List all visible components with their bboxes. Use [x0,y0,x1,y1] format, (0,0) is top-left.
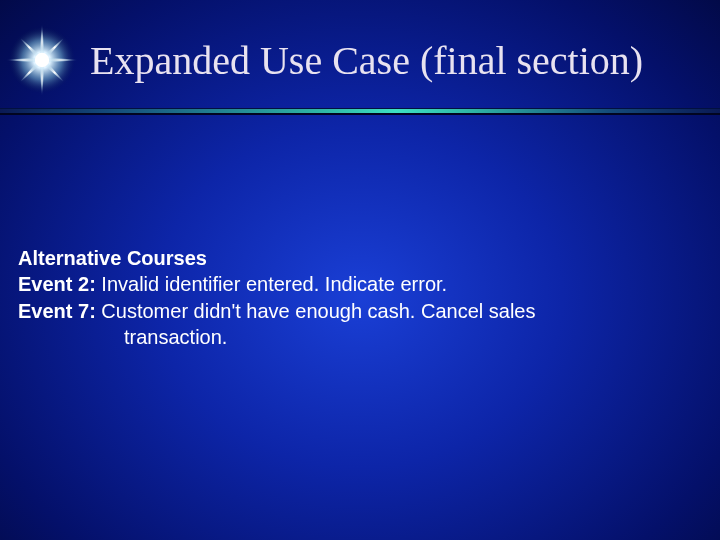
slide-title: Expanded Use Case (final section) [90,37,643,84]
event-line: Event 7: Customer didn't have enough cas… [18,298,702,324]
slide-body: Alternative Courses Event 2: Invalid ide… [0,115,720,351]
divider-rule [0,108,720,115]
svg-point-9 [35,53,49,67]
event-text-continuation: transaction. [18,324,702,350]
star-icon [6,24,78,96]
section-heading: Alternative Courses [18,245,702,271]
event-label: Event 7: [18,300,96,322]
event-text: Invalid identifier entered. Indicate err… [96,273,447,295]
title-row: Expanded Use Case (final section) [0,0,720,108]
event-text: Customer didn't have enough cash. Cancel… [96,300,536,322]
event-line: Event 2: Invalid identifier entered. Ind… [18,271,702,297]
event-label: Event 2: [18,273,96,295]
